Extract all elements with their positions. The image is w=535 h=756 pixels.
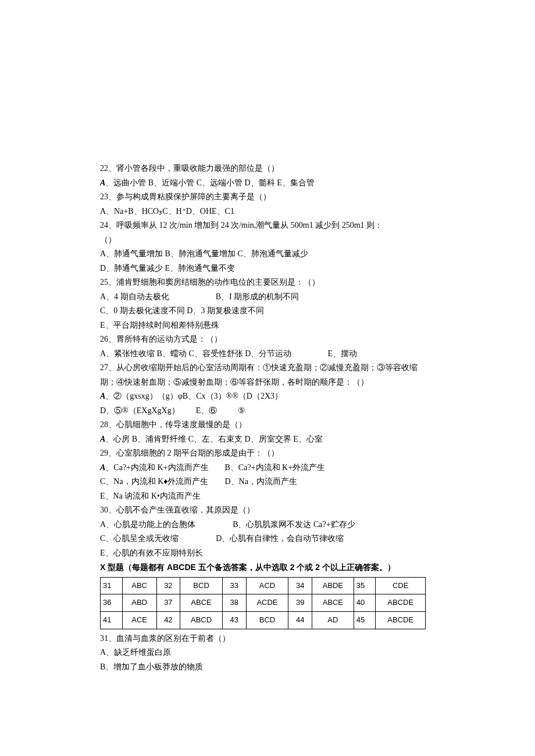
cell: 42 [156, 612, 180, 629]
q23-text: 23、参与构成胃粘膜保护屏障的主要离子是（） [100, 190, 437, 205]
cell: 33 [222, 577, 246, 594]
cell: ACD [246, 577, 288, 594]
q23-options: A、Na+B、HCO₃C、H⁺D、OHE、C1 [100, 205, 437, 219]
cell: ACE [122, 612, 156, 629]
q28-options: A、心房 B、浦肯野纤维 C、左、右束支 D、房室交界 E、心室 [100, 432, 437, 447]
q22-options: A、远曲小管 B、近端小管 C、远端小管 D、髓科 E、集合管 [100, 176, 437, 191]
q31-a: A、缺乏纤维蛋白原 [100, 646, 437, 660]
q26-opts-main: A、紧张性收缩 B、蠕动 C、容受性舒张 D、分节运动 [100, 349, 291, 358]
cell: CDE [376, 577, 426, 594]
cell: 36 [101, 594, 123, 612]
cell: 35 [354, 577, 376, 594]
q29-a: 、Ca?+内流和 K+内流而产生 [105, 463, 208, 472]
q29-ab: A、Ca?+内流和 K+内流而产生B、Ca?+内流和 K+外流产生 [100, 461, 437, 475]
q27-a-text: 、②（gxsxg）（g）φB、Cx（3）®®（D（2X3） [105, 392, 283, 400]
cell: 43 [222, 612, 246, 629]
cell: ABCE [312, 594, 354, 612]
cell: BCD [180, 577, 223, 594]
q28-text: 28、心肌细胞中，传导速度最慢的是（） [100, 418, 437, 432]
q27-text-2: 期；④快速射血期；⑤减慢射血期；⑥等容舒张期，各时期的顺序是：（） [100, 375, 437, 390]
q24-options-1: A、肺通气量增加 B、肺泡通气量增加 C、肺泡通气量减少 [100, 247, 437, 261]
q30-c: C、心肌呈全或无收缩 [100, 534, 179, 543]
cell: ABD [122, 594, 156, 612]
cell: 38 [222, 594, 246, 612]
q27-text-1: 27、从心房收缩期开始后的心室活动周期有：①快速充盈期；②减慢充盈期；③等容收缩 [100, 361, 437, 375]
q28-opts-text: 、心房 B、浦肯野纤维 C、左、右束支 D、房室交界 E、心室 [105, 435, 322, 443]
q29-e: E、Na 讷流和 K•内流而产生 [100, 489, 437, 504]
q25-b: B、I 期形成的机制不同 [216, 292, 299, 301]
q30-text: 30、心肌不会产生强直收缩，其原因是（） [100, 503, 437, 518]
cell: 39 [288, 594, 312, 612]
cell: 44 [288, 612, 312, 629]
q30-b: B、心肌肌浆网不发达 Ca?+贮存少 [233, 520, 355, 529]
q25-a: A、4 期自动去极化 [100, 292, 169, 301]
x-section-heading: X 型题（每题都有 ABCDE 五个备选答案，从中选取 2 个或 2 个以上正确… [100, 560, 437, 575]
q29-c: C、Na，内流和 K♦外流而产生 [100, 477, 208, 486]
q30-cd: C、心肌呈全或无收缩D、心肌有自律性，会自动节律收缩 [100, 532, 437, 546]
q30-d: D、心肌有自律性，会自动节律收缩 [216, 534, 344, 543]
q29-cd: C、Na，内流和 K♦外流而产生D、Na，内流而产生 [100, 475, 437, 489]
cell: BCD [246, 612, 288, 629]
cell: ABCD [180, 612, 223, 629]
q29-text: 29、心室肌细胞的 2 期平台期的形成是由于：（） [100, 446, 437, 461]
cell: 34 [288, 577, 312, 594]
answer-table: 31 ABC 32 BCD 33 ACD 34 ABDE 35 CDE 36 A… [100, 577, 426, 629]
cell: ABCE [180, 594, 223, 612]
q27-f: ⑤ [238, 406, 245, 415]
cell: AD [312, 612, 354, 629]
cell: 32 [156, 577, 180, 594]
cell: 31 [101, 577, 123, 594]
table-row: 31 ABC 32 BCD 33 ACD 34 ABDE 35 CDE [101, 577, 426, 594]
q29-d: D、Na，内流而产生 [224, 477, 297, 486]
q27-a: A、②（gxsxg）（g）φB、Cx（3）®®（D（2X3） [100, 389, 437, 404]
table-row: 36 ABD 37 ABCE 38 ACDE 39 ABCE 40 ABCDE [101, 594, 426, 612]
q31-b: B、增加了血小板莽放的物质 [100, 660, 437, 675]
cell: 45 [354, 612, 376, 629]
document-page: 22、肾小管各段中，重吸收能力最强的部位是（） A、远曲小管 B、近端小管 C、… [100, 162, 437, 674]
cell: ACDE [246, 594, 288, 612]
q30-ab: A、心肌是功能上的合胞体B、心肌肌浆网不发达 Ca?+贮存少 [100, 518, 437, 532]
cell: ABC [122, 577, 156, 594]
q22-text: 22、肾小管各段中，重吸收能力最强的部位是（） [100, 162, 437, 176]
opt-label-a: A [100, 435, 105, 443]
q25-text: 25、浦肯野细胞和窦房结细胞的动作电位的主要区别是：（） [100, 275, 437, 290]
q25-ab: A、4 期自动去极化B、I 期形成的机制不同 [100, 290, 437, 304]
opt-label-a: A [100, 178, 105, 187]
opt-label-a: A [100, 463, 105, 472]
q31-text: 31、血清与血浆的区别在于前者（） [100, 632, 437, 646]
q27-d: D、⑤®（EXgXgXg） [100, 406, 180, 415]
q26-e: E、摆动 [327, 349, 357, 358]
cell: ABCDE [376, 612, 426, 629]
q30-e: E、心肌的有效不应期特别长 [100, 546, 437, 561]
q27-de: D、⑤®（EXgXgXg）E、⑥⑤ [100, 404, 437, 418]
q24-text2: （） [100, 233, 437, 248]
cell: 40 [354, 594, 376, 612]
q25-cd: C、0 期去极化速度不同 D、3 期复极速度不同 [100, 304, 437, 318]
q27-e: E、⑥ [196, 406, 217, 415]
q24-text: 24、呼吸频率从 12 次/min 增加到 24 次/min,潮气量从 500m… [100, 218, 437, 233]
q24-options-2: D、肺通气量减少 E、肺泡通气量不变 [100, 261, 437, 276]
q26-text: 26、胃所特有的运动方式是：（） [100, 332, 437, 347]
q25-e: E、平台期持续时间相差特别悬殊 [100, 318, 437, 333]
q29-b: B、Ca?+内流和 K+外流产生 [225, 463, 326, 472]
opt-label-a: A [100, 392, 105, 400]
q30-a: A、心肌是功能上的合胞体 [100, 520, 195, 529]
table-row: 41 ACE 42 ABCD 43 BCD 44 AD 45 ABCDE [101, 612, 426, 629]
cell: ABCDE [376, 594, 426, 612]
cell: 41 [101, 612, 123, 629]
cell: ABDE [312, 577, 354, 594]
cell: 37 [156, 594, 180, 612]
q26-options: A、紧张性收缩 B、蠕动 C、容受性舒张 D、分节运动E、摆动 [100, 347, 437, 361]
q22-opts-text: 、远曲小管 B、近端小管 C、远端小管 D、髓科 E、集合管 [105, 178, 314, 187]
